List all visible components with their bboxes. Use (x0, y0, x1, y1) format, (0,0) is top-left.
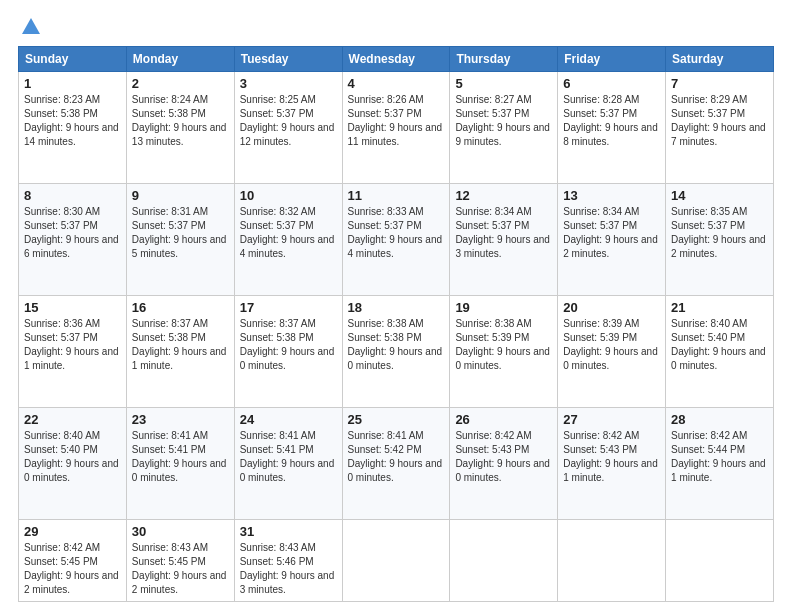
sunrise-label: Sunrise: (240, 318, 279, 329)
weekday-header-saturday: Saturday (666, 47, 774, 72)
sunrise-label: Sunrise: (240, 206, 279, 217)
sunrise-label: Sunrise: (24, 94, 63, 105)
daylight-label: Daylight: 9 hours and 0 minutes. (240, 346, 335, 371)
day-info: Sunrise: 8:38 AM Sunset: 5:39 PM Dayligh… (455, 317, 552, 373)
sunset-time: 5:40 PM (61, 444, 98, 455)
calendar-cell: 15 Sunrise: 8:36 AM Sunset: 5:37 PM Dayl… (19, 296, 127, 408)
sunrise-label: Sunrise: (671, 430, 710, 441)
day-number: 2 (132, 76, 229, 91)
weekday-header-wednesday: Wednesday (342, 47, 450, 72)
calendar-cell: 22 Sunrise: 8:40 AM Sunset: 5:40 PM Dayl… (19, 408, 127, 520)
sunrise-time: 8:36 AM (63, 318, 100, 329)
daylight-label: Daylight: 9 hours and 0 minutes. (240, 458, 335, 483)
calendar-cell: 1 Sunrise: 8:23 AM Sunset: 5:38 PM Dayli… (19, 72, 127, 184)
day-info: Sunrise: 8:26 AM Sunset: 5:37 PM Dayligh… (348, 93, 445, 149)
daylight-label: Daylight: 9 hours and 9 minutes. (455, 122, 550, 147)
calendar-cell: 29 Sunrise: 8:42 AM Sunset: 5:45 PM Dayl… (19, 520, 127, 602)
day-info: Sunrise: 8:42 AM Sunset: 5:45 PM Dayligh… (24, 541, 121, 597)
sunrise-time: 8:42 AM (603, 430, 640, 441)
day-info: Sunrise: 8:42 AM Sunset: 5:43 PM Dayligh… (455, 429, 552, 485)
day-info: Sunrise: 8:35 AM Sunset: 5:37 PM Dayligh… (671, 205, 768, 261)
sunset-time: 5:45 PM (61, 556, 98, 567)
day-info: Sunrise: 8:27 AM Sunset: 5:37 PM Dayligh… (455, 93, 552, 149)
sunrise-label: Sunrise: (455, 318, 494, 329)
daylight-label: Daylight: 9 hours and 4 minutes. (240, 234, 335, 259)
sunrise-label: Sunrise: (671, 206, 710, 217)
sunrise-time: 8:42 AM (63, 542, 100, 553)
daylight-label: Daylight: 9 hours and 0 minutes. (455, 346, 550, 371)
sunset-time: 5:38 PM (169, 108, 206, 119)
day-info: Sunrise: 8:31 AM Sunset: 5:37 PM Dayligh… (132, 205, 229, 261)
day-info: Sunrise: 8:42 AM Sunset: 5:43 PM Dayligh… (563, 429, 660, 485)
day-info: Sunrise: 8:42 AM Sunset: 5:44 PM Dayligh… (671, 429, 768, 485)
sunset-label: Sunset: (671, 332, 708, 343)
calendar-table: SundayMondayTuesdayWednesdayThursdayFrid… (18, 46, 774, 602)
sunset-label: Sunset: (563, 108, 600, 119)
sunset-time: 5:43 PM (600, 444, 637, 455)
sunrise-label: Sunrise: (24, 206, 63, 217)
sunset-label: Sunset: (240, 444, 277, 455)
sunrise-time: 8:43 AM (279, 542, 316, 553)
sunrise-time: 8:37 AM (171, 318, 208, 329)
daylight-label: Daylight: 9 hours and 1 minute. (563, 458, 658, 483)
sunrise-label: Sunrise: (240, 94, 279, 105)
calendar-cell: 23 Sunrise: 8:41 AM Sunset: 5:41 PM Dayl… (126, 408, 234, 520)
sunrise-label: Sunrise: (132, 94, 171, 105)
daylight-label: Daylight: 9 hours and 8 minutes. (563, 122, 658, 147)
calendar-cell (450, 520, 558, 602)
sunset-time: 5:43 PM (492, 444, 529, 455)
day-number: 1 (24, 76, 121, 91)
sunset-time: 5:38 PM (169, 332, 206, 343)
calendar-cell: 11 Sunrise: 8:33 AM Sunset: 5:37 PM Dayl… (342, 184, 450, 296)
day-number: 12 (455, 188, 552, 203)
sunrise-time: 8:29 AM (711, 94, 748, 105)
sunset-time: 5:44 PM (708, 444, 745, 455)
sunrise-time: 8:41 AM (279, 430, 316, 441)
daylight-label: Daylight: 9 hours and 3 minutes. (240, 570, 335, 595)
calendar-cell: 14 Sunrise: 8:35 AM Sunset: 5:37 PM Dayl… (666, 184, 774, 296)
sunrise-label: Sunrise: (348, 94, 387, 105)
day-info: Sunrise: 8:41 AM Sunset: 5:41 PM Dayligh… (132, 429, 229, 485)
sunrise-time: 8:42 AM (495, 430, 532, 441)
day-number: 25 (348, 412, 445, 427)
sunset-label: Sunset: (348, 108, 385, 119)
calendar-cell: 20 Sunrise: 8:39 AM Sunset: 5:39 PM Dayl… (558, 296, 666, 408)
calendar-cell: 27 Sunrise: 8:42 AM Sunset: 5:43 PM Dayl… (558, 408, 666, 520)
daylight-label: Daylight: 9 hours and 2 minutes. (563, 234, 658, 259)
sunset-label: Sunset: (348, 332, 385, 343)
sunrise-time: 8:34 AM (495, 206, 532, 217)
calendar-cell: 4 Sunrise: 8:26 AM Sunset: 5:37 PM Dayli… (342, 72, 450, 184)
day-info: Sunrise: 8:29 AM Sunset: 5:37 PM Dayligh… (671, 93, 768, 149)
sunrise-label: Sunrise: (132, 206, 171, 217)
day-number: 9 (132, 188, 229, 203)
sunset-label: Sunset: (24, 332, 61, 343)
calendar-cell: 18 Sunrise: 8:38 AM Sunset: 5:38 PM Dayl… (342, 296, 450, 408)
daylight-label: Daylight: 9 hours and 2 minutes. (24, 570, 119, 595)
calendar-cell: 25 Sunrise: 8:41 AM Sunset: 5:42 PM Dayl… (342, 408, 450, 520)
sunset-label: Sunset: (24, 444, 61, 455)
day-number: 6 (563, 76, 660, 91)
day-number: 10 (240, 188, 337, 203)
sunset-time: 5:37 PM (276, 220, 313, 231)
daylight-label: Daylight: 9 hours and 14 minutes. (24, 122, 119, 147)
sunset-time: 5:37 PM (61, 332, 98, 343)
sunrise-label: Sunrise: (348, 430, 387, 441)
day-number: 19 (455, 300, 552, 315)
daylight-label: Daylight: 9 hours and 0 minutes. (348, 458, 443, 483)
day-number: 14 (671, 188, 768, 203)
sunrise-time: 8:28 AM (603, 94, 640, 105)
sunset-label: Sunset: (132, 556, 169, 567)
calendar-cell: 10 Sunrise: 8:32 AM Sunset: 5:37 PM Dayl… (234, 184, 342, 296)
sunset-time: 5:37 PM (600, 220, 637, 231)
calendar-cell: 9 Sunrise: 8:31 AM Sunset: 5:37 PM Dayli… (126, 184, 234, 296)
weekday-header-monday: Monday (126, 47, 234, 72)
day-info: Sunrise: 8:37 AM Sunset: 5:38 PM Dayligh… (240, 317, 337, 373)
day-number: 21 (671, 300, 768, 315)
sunset-label: Sunset: (455, 444, 492, 455)
day-info: Sunrise: 8:32 AM Sunset: 5:37 PM Dayligh… (240, 205, 337, 261)
day-info: Sunrise: 8:43 AM Sunset: 5:45 PM Dayligh… (132, 541, 229, 597)
weekday-header-tuesday: Tuesday (234, 47, 342, 72)
daylight-label: Daylight: 9 hours and 0 minutes. (348, 346, 443, 371)
sunset-label: Sunset: (132, 220, 169, 231)
sunrise-time: 8:33 AM (387, 206, 424, 217)
